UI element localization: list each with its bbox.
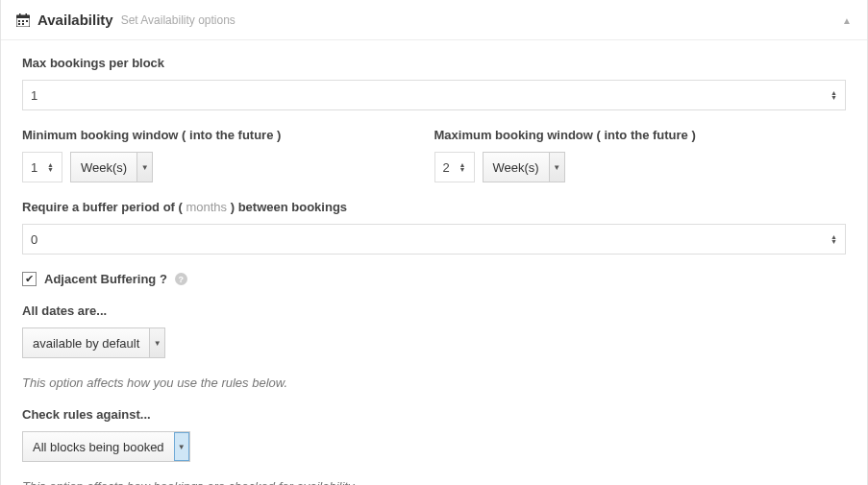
svg-rect-7 (18, 23, 20, 25)
min-window-label: Minimum booking window ( into the future… (22, 128, 434, 142)
all-dates-select[interactable]: available by default ▼ (22, 327, 165, 358)
adjacent-buffering-checkbox[interactable]: ✔ (22, 272, 37, 286)
help-icon[interactable]: ? (175, 273, 187, 285)
svg-rect-3 (26, 13, 28, 16)
panel-header[interactable]: Availability Set Availability options ▲ (1, 0, 867, 40)
min-window-unit-select[interactable]: Week(s) ▼ (70, 152, 153, 182)
max-window-label: Maximum booking window ( into the future… (434, 128, 847, 142)
panel-subtitle: Set Availability options (121, 13, 236, 27)
min-window-unit: Week(s) (71, 160, 136, 175)
min-window-value: 1 (31, 160, 37, 175)
svg-rect-6 (26, 20, 28, 22)
min-window-value-input[interactable]: 1 ▲▼ (22, 152, 62, 182)
buffer-label-pre: Require a buffer period of ( (22, 200, 186, 214)
buffer-label-post: ) between bookings (227, 200, 347, 214)
spinner-icon[interactable]: ▲▼ (831, 90, 837, 100)
check-rules-help: This option affects how bookings are che… (22, 479, 846, 485)
calendar-icon (16, 13, 30, 27)
panel-title: Availability (37, 12, 113, 28)
spinner-icon[interactable]: ▲▼ (831, 234, 837, 244)
max-window-unit-select[interactable]: Week(s) ▼ (483, 152, 565, 182)
adjacent-buffering-label: Adjacent Buffering ? (44, 272, 167, 286)
all-dates-value: available by default (23, 336, 149, 351)
buffer-label: Require a buffer period of ( months ) be… (22, 200, 846, 214)
svg-rect-2 (19, 13, 21, 16)
svg-rect-8 (22, 23, 24, 25)
spinner-icon[interactable]: ▲▼ (459, 162, 466, 172)
buffer-value: 0 (31, 232, 37, 247)
buffer-input[interactable]: 0 ▲▼ (22, 224, 846, 255)
all-dates-label: All dates are... (22, 303, 846, 318)
svg-rect-1 (16, 15, 30, 18)
max-window-value: 2 (443, 160, 450, 175)
max-window-value-input[interactable]: 2 ▲▼ (434, 152, 475, 182)
max-bookings-label: Max bookings per block (22, 56, 846, 70)
check-rules-value: All blocks being booked (23, 440, 174, 454)
check-rules-label: Check rules against... (22, 407, 846, 422)
chevron-down-icon: ▼ (549, 153, 564, 182)
spinner-icon[interactable]: ▲▼ (47, 162, 54, 172)
max-window-unit: Week(s) (484, 160, 549, 175)
panel-body: Max bookings per block 1 ▲▼ Minimum book… (1, 40, 867, 485)
max-bookings-input[interactable]: 1 ▲▼ (22, 80, 846, 110)
buffer-label-unit: months (186, 200, 227, 214)
chevron-down-icon: ▼ (149, 328, 164, 357)
availability-panel: Availability Set Availability options ▲ … (0, 0, 868, 485)
svg-rect-5 (22, 20, 24, 22)
chevron-down-icon: ▼ (136, 153, 152, 182)
svg-rect-4 (18, 20, 20, 22)
chevron-down-icon: ▼ (174, 432, 189, 461)
collapse-icon[interactable]: ▲ (842, 14, 852, 25)
all-dates-help: This option affects how you use the rule… (22, 376, 846, 390)
max-bookings-value: 1 (31, 88, 37, 103)
check-rules-select[interactable]: All blocks being booked ▼ (22, 431, 190, 462)
